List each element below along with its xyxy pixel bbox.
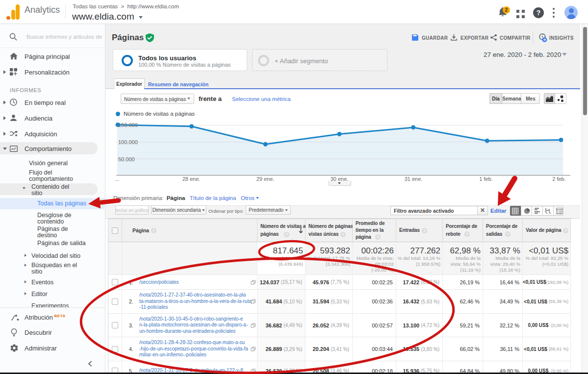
svg-text:29 ene.: 29 ene. bbox=[256, 176, 275, 182]
svg-text:150.000: 150.000 bbox=[118, 122, 138, 128]
svg-text:31 ene.: 31 ene. bbox=[405, 176, 423, 182]
svg-text:2 feb.: 2 feb. bbox=[552, 176, 566, 182]
svg-text:100.000: 100.000 bbox=[118, 139, 138, 145]
svg-text:50.000: 50.000 bbox=[118, 156, 135, 162]
svg-text:1 feb.: 1 feb. bbox=[479, 176, 493, 182]
svg-text:28 ene.: 28 ene. bbox=[182, 176, 201, 182]
svg-text:...: ... bbox=[115, 176, 119, 182]
